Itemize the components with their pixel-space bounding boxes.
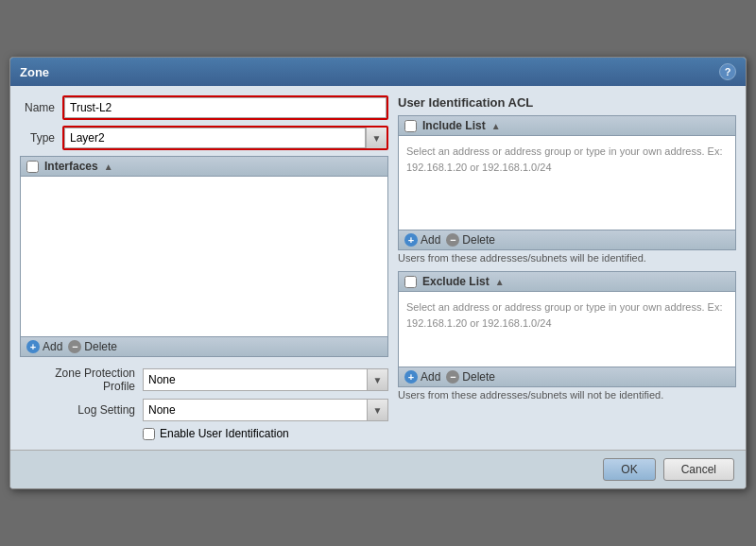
interfaces-checkbox[interactable] <box>26 161 39 173</box>
exclude-delete-icon: − <box>446 370 459 384</box>
include-list-placeholder: Select an address or address group or ty… <box>399 136 735 182</box>
exclude-list-section: Exclude List ▲ Select an address or addr… <box>398 271 736 402</box>
include-list-label: Include List <box>422 119 486 132</box>
interfaces-delete-icon: − <box>68 340 81 353</box>
dialog-footer: OK Cancel <box>10 450 746 488</box>
type-select-wrapper: Layer2 Layer3 Virtual Wire Tap External … <box>62 126 388 150</box>
exclude-list-toolbar: + Add − Delete <box>398 367 736 387</box>
name-label: Name <box>20 101 62 114</box>
name-input[interactable] <box>64 97 387 118</box>
exclude-delete-label: Delete <box>462 370 495 384</box>
log-setting-select[interactable]: None <box>144 401 367 419</box>
log-setting-label: Log Setting <box>20 403 143 417</box>
interfaces-add-label: Add <box>43 340 62 353</box>
zone-protection-arrow[interactable]: ▼ <box>367 369 387 390</box>
interfaces-add-icon: + <box>26 340 40 353</box>
cancel-button[interactable]: Cancel <box>663 458 734 481</box>
name-row: Name <box>20 95 388 120</box>
exclude-add-label: Add <box>421 370 440 384</box>
help-icon[interactable]: ? <box>719 63 736 80</box>
name-input-wrapper <box>62 95 388 120</box>
type-select[interactable]: Layer2 Layer3 Virtual Wire Tap External <box>64 128 366 148</box>
interfaces-toolbar: + Add − Delete <box>20 337 388 357</box>
exclude-add-btn[interactable]: + Add <box>404 370 440 384</box>
interfaces-sort-icon: ▲ <box>104 162 113 172</box>
interfaces-delete-btn[interactable]: − Delete <box>68 340 117 353</box>
enable-user-id-checkbox[interactable] <box>143 428 155 440</box>
include-add-label: Add <box>421 233 440 247</box>
interfaces-section: Interfaces ▲ + Add − Delete <box>20 156 388 357</box>
type-label: Type <box>20 131 62 145</box>
dialog-title: Zone <box>20 65 49 79</box>
include-add-icon: + <box>404 233 418 247</box>
dialog-title-bar: Zone ? <box>10 58 746 86</box>
zone-protection-row: Zone Protection Profile None ▼ <box>20 367 388 393</box>
interfaces-header: Interfaces ▲ <box>20 156 388 177</box>
exclude-list-checkbox[interactable] <box>404 276 417 288</box>
dialog-body: Name Type Layer2 Layer3 Virtual Wire Tap… <box>10 86 746 450</box>
exclude-list-body: Select an address or address group or ty… <box>398 292 736 367</box>
interfaces-label: Interfaces <box>44 160 98 173</box>
include-list-checkbox[interactable] <box>404 120 417 132</box>
zone-protection-label: Zone Protection Profile <box>20 367 143 393</box>
exclude-info: Users from these addresses/subnets will … <box>398 387 736 402</box>
exclude-list-label: Exclude List <box>422 275 490 288</box>
type-select-arrow[interactable]: ▼ <box>366 128 387 148</box>
zone-protection-select[interactable]: None <box>144 370 367 389</box>
include-list-section: Include List ▲ Select an address or addr… <box>398 115 736 265</box>
right-panel: User Identification ACL Include List ▲ S… <box>398 95 736 440</box>
exclude-add-icon: + <box>404 370 418 384</box>
user-id-acl-title: User Identification ACL <box>398 95 736 110</box>
include-delete-label: Delete <box>462 233 495 247</box>
zone-dialog: Zone ? Name Type Layer2 Layer3 Virtual W <box>9 57 747 489</box>
include-list-toolbar: + Add − Delete <box>398 230 736 250</box>
include-list-body: Select an address or address group or ty… <box>398 136 736 230</box>
include-list-header: Include List ▲ <box>398 115 736 136</box>
log-setting-arrow[interactable]: ▼ <box>367 400 387 420</box>
include-list-sort-icon: ▲ <box>491 121 501 131</box>
interfaces-body <box>20 177 388 337</box>
interfaces-add-btn[interactable]: + Add <box>26 340 62 353</box>
exclude-list-header: Exclude List ▲ <box>398 271 736 292</box>
include-delete-btn[interactable]: − Delete <box>446 233 495 247</box>
exclude-list-sort-icon: ▲ <box>495 277 505 287</box>
zone-protection-select-wrapper: None ▼ <box>143 368 388 391</box>
type-row: Type Layer2 Layer3 Virtual Wire Tap Exte… <box>20 126 388 150</box>
interfaces-delete-label: Delete <box>84 340 117 353</box>
left-panel: Name Type Layer2 Layer3 Virtual Wire Tap… <box>20 95 388 440</box>
enable-user-id-row: Enable User Identification <box>143 427 388 440</box>
include-delete-icon: − <box>446 233 459 247</box>
log-setting-row: Log Setting None ▼ <box>20 399 388 421</box>
exclude-delete-btn[interactable]: − Delete <box>446 370 495 384</box>
ok-button[interactable]: OK <box>603 458 655 481</box>
log-setting-select-wrapper: None ▼ <box>143 399 388 421</box>
include-add-btn[interactable]: + Add <box>404 233 440 247</box>
lower-form: Zone Protection Profile None ▼ Log Setti… <box>20 367 388 440</box>
include-info: Users from these addresses/subnets will … <box>398 250 736 265</box>
enable-user-id-label: Enable User Identification <box>160 427 289 440</box>
exclude-list-placeholder: Select an address or address group or ty… <box>399 292 735 338</box>
